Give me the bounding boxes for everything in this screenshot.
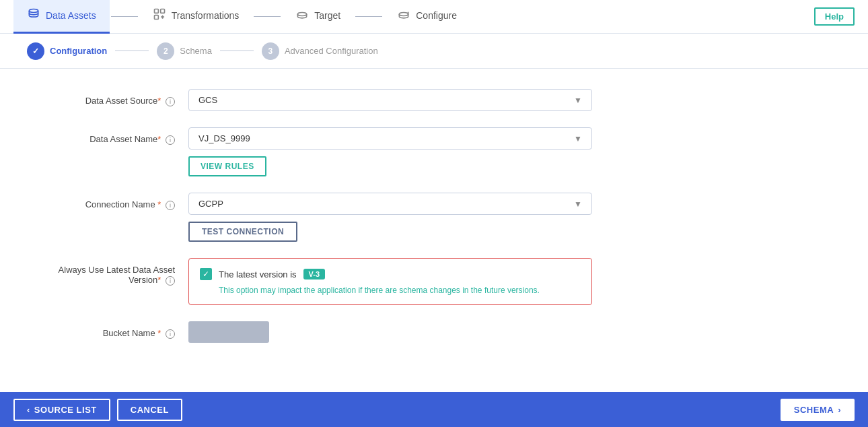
nav-sep-2 xyxy=(254,16,281,17)
tab-data-assets[interactable]: Data Assets xyxy=(13,0,110,34)
tab-transformations[interactable]: Transformations xyxy=(139,0,253,34)
test-connection-button[interactable]: TEST CONNECTION xyxy=(188,222,297,242)
always-use-latest-control: ✓ The latest version is V-3 This option … xyxy=(188,258,592,305)
tab-configure-label: Configure xyxy=(416,10,457,21)
cancel-button[interactable]: CANCEL xyxy=(117,399,182,421)
tab-configure[interactable]: Configure xyxy=(384,0,470,34)
version-box: ✓ The latest version is V-3 This option … xyxy=(188,258,592,305)
data-asset-name-info-icon[interactable]: i xyxy=(166,135,175,145)
sub-steps-bar: ✓ Configuration 2 Schema 3 Advanced Conf… xyxy=(0,34,868,69)
top-navigation: Data Assets Transformations Target Confi… xyxy=(0,0,868,34)
connection-name-label: Connection Name * i xyxy=(40,193,188,210)
bucket-name-input[interactable] xyxy=(188,321,269,343)
schema-button[interactable]: SCHEMA › xyxy=(781,399,855,421)
always-use-latest-info-icon[interactable]: i xyxy=(166,276,175,286)
step-configuration-label: Configuration xyxy=(50,46,107,56)
chevron-down-icon: ▼ xyxy=(574,96,582,105)
bucket-name-info-icon[interactable]: i xyxy=(166,329,175,339)
data-asset-name-control: VJ_DS_9999 ▼ VIEW RULES xyxy=(188,127,592,176)
step-sep-2 xyxy=(220,51,254,51)
svg-rect-1 xyxy=(154,9,158,13)
step-schema-circle: 2 xyxy=(157,42,174,60)
chevron-down-icon: ▼ xyxy=(574,199,582,209)
svg-rect-3 xyxy=(154,15,158,19)
tab-target-label: Target xyxy=(314,10,340,21)
version-badge: V-3 xyxy=(303,269,326,280)
chevron-down-icon: ▼ xyxy=(574,134,582,143)
step-advanced[interactable]: 3 Advanced Configuration xyxy=(262,42,378,60)
connection-name-select[interactable]: GCPP ▼ xyxy=(188,193,592,215)
data-asset-name-row: Data Asset Name* i VJ_DS_9999 ▼ VIEW RUL… xyxy=(40,127,828,176)
connection-name-row: Connection Name * i GCPP ▼ TEST CONNECTI… xyxy=(40,193,828,242)
svg-point-0 xyxy=(29,9,38,12)
bucket-name-label: Bucket Name * i xyxy=(40,321,188,339)
source-list-button[interactable]: ‹ SOURCE LIST xyxy=(13,399,110,421)
step-schema[interactable]: 2 Schema xyxy=(157,42,212,60)
tab-transformations-label: Transformations xyxy=(172,10,240,21)
arrow-left-icon: ‹ xyxy=(27,405,30,415)
view-rules-button[interactable]: VIEW RULES xyxy=(188,156,266,176)
main-content: Data Asset Source* i GCS ▼ Data Asset Na… xyxy=(0,69,868,392)
svg-rect-2 xyxy=(160,9,164,13)
bucket-name-control xyxy=(188,321,592,343)
always-use-latest-checkbox[interactable]: ✓ xyxy=(200,268,212,280)
version-warning-text: This option may impact the application i… xyxy=(219,286,581,295)
data-asset-source-label: Data Asset Source* i xyxy=(40,89,188,106)
nav-sep-3 xyxy=(355,16,382,17)
data-asset-source-row: Data Asset Source* i GCS ▼ xyxy=(40,89,828,111)
arrow-right-icon: › xyxy=(838,405,841,415)
svg-point-4 xyxy=(298,12,307,15)
data-assets-icon xyxy=(27,7,40,24)
data-asset-name-select[interactable]: VJ_DS_9999 ▼ xyxy=(188,127,592,150)
step-advanced-circle: 3 xyxy=(262,42,279,60)
step-advanced-label: Advanced Configuration xyxy=(285,46,378,56)
connection-name-control: GCPP ▼ TEST CONNECTION xyxy=(188,193,592,242)
svg-point-5 xyxy=(400,12,408,15)
nav-sep-1 xyxy=(111,16,138,17)
bucket-name-row: Bucket Name * i xyxy=(40,321,828,343)
step-configuration[interactable]: ✓ Configuration xyxy=(27,42,107,60)
configure-icon xyxy=(397,7,410,24)
target-icon xyxy=(295,7,309,24)
always-use-latest-label: Always Use Latest Data Asset Version* i xyxy=(40,258,188,286)
data-asset-source-info-icon[interactable]: i xyxy=(166,97,175,106)
connection-name-info-icon[interactable]: i xyxy=(166,201,175,210)
version-row: ✓ The latest version is V-3 xyxy=(200,268,581,280)
step-schema-label: Schema xyxy=(180,46,212,56)
help-button[interactable]: Help xyxy=(814,7,855,26)
always-use-latest-row: Always Use Latest Data Asset Version* i … xyxy=(40,258,828,305)
tab-data-assets-label: Data Assets xyxy=(46,10,96,21)
version-text: The latest version is xyxy=(219,269,297,280)
data-asset-source-select[interactable]: GCS ▼ xyxy=(188,89,592,111)
data-asset-name-label: Data Asset Name* i xyxy=(40,127,188,145)
step-configuration-circle: ✓ xyxy=(27,42,44,60)
bottom-bar: ‹ SOURCE LIST CANCEL SCHEMA › xyxy=(0,392,868,427)
tab-target[interactable]: Target xyxy=(282,0,354,34)
step-sep-1 xyxy=(115,51,149,51)
data-asset-source-control: GCS ▼ xyxy=(188,89,592,111)
transformations-icon xyxy=(153,7,166,24)
